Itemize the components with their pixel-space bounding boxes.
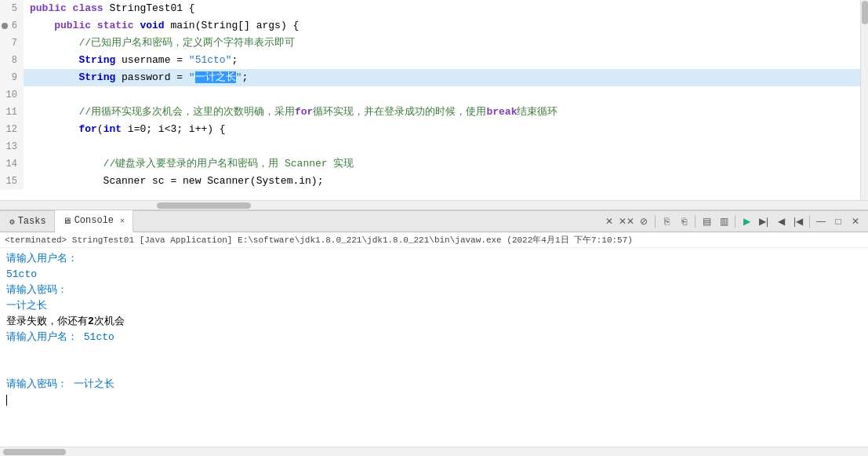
line-content: //用循环实现多次机会，这里的次数明确，采用for循环实现，并在登录成功的时候，… (24, 104, 557, 121)
code-line: 11 //用循环实现多次机会，这里的次数明确，采用for循环实现，并在登录成功的… (0, 104, 868, 121)
tab-console[interactable]: 🖥 Console ✕ (55, 210, 133, 232)
h-scrollbar-thumb (157, 202, 251, 209)
run-end-btn[interactable]: ▶| (756, 213, 772, 229)
console-line: 51cto (6, 267, 862, 283)
back-start-btn[interactable]: |◀ (790, 213, 806, 229)
console-line: 请输入用户名： 51cto (6, 330, 862, 345)
horizontal-scrollbar[interactable] (0, 200, 868, 210)
line-number: 5 (0, 0, 24, 17)
line-number: 8 (0, 52, 24, 69)
line-content: String password = "一计之长"; (24, 69, 248, 86)
paste-btn[interactable]: ⎗ (676, 213, 692, 229)
code-line: 15 Scanner sc = new Scanner(System.in); (0, 173, 868, 190)
line-number: 14 (0, 155, 24, 173)
minimize-btn[interactable]: — (813, 213, 829, 229)
line-number: 7 (0, 35, 24, 52)
console-header: <terminated> StringTest01 [Java Applicat… (0, 232, 868, 248)
line-content: String username = "51cto"; (24, 52, 238, 69)
code-line: 5public class StringTest01 { (0, 0, 868, 17)
panel-tabs: ⚙ Tasks 🖥 Console ✕ ✕ ✕✕ ⊘ ⎘ ⎗ ▤ ▥ ▶ ▶| … (0, 210, 868, 232)
separator-4 (809, 215, 810, 228)
line-content: //已知用户名和密码，定义两个字符串表示即可 (24, 35, 295, 52)
console-line: 一计之长 (6, 298, 862, 314)
expand-btn[interactable]: ▥ (716, 213, 732, 229)
line-number: 15 (0, 173, 24, 190)
panel-toolbar: ✕ ✕✕ ⊘ ⎘ ⎗ ▤ ▥ ▶ ▶| ◀ |◀ — □ ✕ (601, 213, 866, 229)
separator-2 (695, 215, 695, 228)
code-line: 6 public static void main(String[] args)… (0, 17, 868, 35)
copy-btn[interactable]: ⎘ (659, 213, 674, 229)
run-btn[interactable]: ▶ (739, 213, 754, 229)
console-line: 请输入用户名： (6, 251, 862, 267)
line-content: for(int i=0; i<3; i++) { (24, 121, 226, 138)
code-editor: 5public class StringTest01 {6 public sta… (0, 0, 868, 210)
tab-console-label: Console (74, 215, 114, 226)
separator-1 (655, 215, 656, 228)
remove-btn[interactable]: ⊘ (636, 213, 652, 229)
bottom-scrollbar[interactable] (0, 447, 868, 456)
tab-tasks-label: Tasks (18, 216, 46, 227)
line-content: public static void main(String[] args) { (24, 17, 299, 35)
code-line: 8 String username = "51cto"; (0, 52, 868, 69)
code-line: 14 //键盘录入要登录的用户名和密码，用 Scanner 实现 (0, 155, 868, 173)
line-number: 13 (0, 138, 24, 155)
code-line: 7 //已知用户名和密码，定义两个字符串表示即可 (0, 35, 868, 52)
line-number: 6 (0, 17, 24, 35)
bottom-scrollbar-thumb (3, 449, 66, 455)
console-area: <terminated> StringTest01 [Java Applicat… (0, 232, 868, 456)
clear-btn[interactable]: ✕ (601, 213, 617, 229)
scrollbar-thumb (862, 1, 868, 24)
maximize-btn[interactable]: □ (830, 213, 846, 229)
stop-btn[interactable]: ✕✕ (619, 213, 634, 229)
back-btn[interactable]: ◀ (773, 213, 789, 229)
line-content: //键盘录入要登录的用户名和密码，用 Scanner 实现 (24, 155, 354, 173)
console-content: 请输入用户名：51cto请输入密码：一计之长登录失败，你还有2次机会请输入用户名… (0, 248, 868, 447)
line-content: Scanner sc = new Scanner(System.in); (24, 173, 323, 190)
code-line: 13 (0, 138, 868, 155)
console-line (6, 345, 862, 361)
code-lines: 5public class StringTest01 {6 public sta… (0, 0, 868, 210)
line-number: 9 (0, 69, 24, 86)
code-line: 9 String password = "一计之长"; (0, 69, 868, 86)
console-icon: 🖥 (63, 216, 71, 226)
code-line: 10 (0, 86, 868, 104)
console-line: 请输入密码： (6, 283, 862, 298)
console-line (6, 361, 862, 377)
code-line: 12 for(int i=0; i<3; i++) { (0, 121, 868, 138)
separator-3 (735, 215, 735, 228)
line-content: public class StringTest01 { (24, 0, 195, 17)
line-number: 11 (0, 104, 24, 121)
console-line (6, 392, 862, 408)
close-panel-btn[interactable]: ✕ (848, 213, 863, 229)
tab-tasks[interactable]: ⚙ Tasks (2, 210, 55, 232)
collapse-btn[interactable]: ▤ (699, 213, 714, 229)
close-tab-icon[interactable]: ✕ (120, 216, 125, 225)
tasks-icon: ⚙ (9, 217, 15, 227)
line-number: 12 (0, 121, 24, 138)
vertical-scrollbar[interactable] (860, 0, 868, 200)
console-line: 请输入密码： 一计之长 (6, 377, 862, 392)
console-line: 登录失败，你还有2次机会 (6, 314, 862, 330)
line-number: 10 (0, 86, 24, 104)
